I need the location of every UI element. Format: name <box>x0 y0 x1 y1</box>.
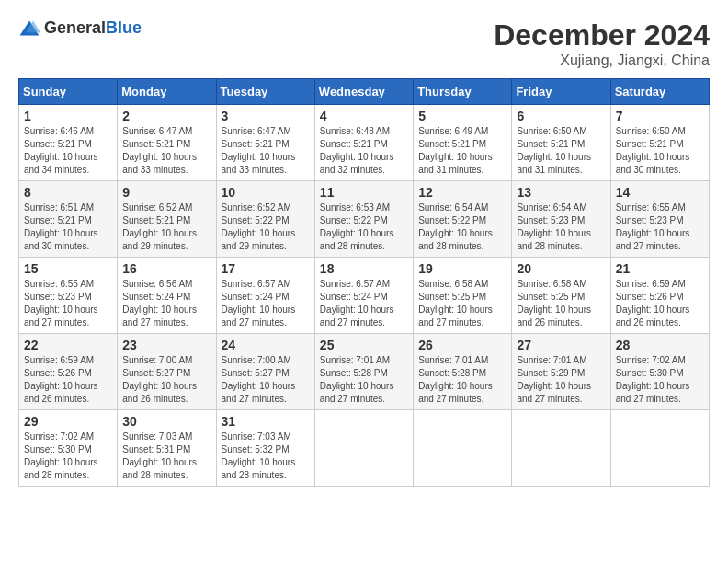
calendar-day-cell: 2 Sunrise: 6:47 AMSunset: 5:21 PMDayligh… <box>118 105 216 181</box>
day-number: 28 <box>616 338 704 352</box>
calendar-week-row: 1 Sunrise: 6:46 AMSunset: 5:21 PMDayligh… <box>19 105 710 181</box>
weekday-header-cell: Sunday <box>19 79 118 105</box>
weekday-header-cell: Saturday <box>610 79 709 105</box>
calendar-day-cell: 11 Sunrise: 6:53 AMSunset: 5:22 PMDaylig… <box>314 181 413 258</box>
day-info: Sunrise: 7:00 AMSunset: 5:27 PMDaylight:… <box>222 355 296 404</box>
day-info: Sunrise: 6:55 AMSunset: 5:23 PMDaylight:… <box>24 279 98 327</box>
day-info: Sunrise: 6:52 AMSunset: 5:22 PMDaylight:… <box>222 202 296 251</box>
day-number: 27 <box>517 338 605 352</box>
day-number: 18 <box>320 261 408 276</box>
calendar-day-cell: 24 Sunrise: 7:00 AMSunset: 5:27 PMDaylig… <box>216 334 314 410</box>
day-number: 9 <box>122 185 210 200</box>
calendar-day-cell: 7 Sunrise: 6:50 AMSunset: 5:21 PMDayligh… <box>610 105 709 181</box>
day-info: Sunrise: 6:47 AMSunset: 5:21 PMDaylight:… <box>122 126 197 175</box>
calendar-day-cell <box>610 410 709 487</box>
calendar-day-cell: 9 Sunrise: 6:52 AMSunset: 5:21 PMDayligh… <box>118 181 216 258</box>
weekday-header-cell: Monday <box>118 79 216 105</box>
day-info: Sunrise: 7:03 AMSunset: 5:31 PMDaylight:… <box>122 431 197 480</box>
calendar-day-cell: 4 Sunrise: 6:48 AMSunset: 5:21 PMDayligh… <box>314 105 413 181</box>
day-number: 12 <box>418 185 506 200</box>
day-number: 4 <box>320 109 408 123</box>
calendar-day-cell: 29 Sunrise: 7:02 AMSunset: 5:30 PMDaylig… <box>19 410 118 487</box>
day-info: Sunrise: 6:52 AMSunset: 5:21 PMDaylight:… <box>122 202 197 251</box>
weekday-header-cell: Tuesday <box>216 79 314 105</box>
logo-text-blue: Blue <box>106 18 142 37</box>
day-number: 6 <box>517 109 605 123</box>
day-info: Sunrise: 6:59 AMSunset: 5:26 PMDaylight:… <box>24 355 98 404</box>
calendar-week-row: 29 Sunrise: 7:02 AMSunset: 5:30 PMDaylig… <box>19 410 710 487</box>
day-info: Sunrise: 7:03 AMSunset: 5:32 PMDaylight:… <box>222 431 296 480</box>
logo: GeneralBlue <box>18 18 142 38</box>
day-info: Sunrise: 6:49 AMSunset: 5:21 PMDaylight:… <box>418 126 493 175</box>
calendar-day-cell: 30 Sunrise: 7:03 AMSunset: 5:31 PMDaylig… <box>118 410 216 487</box>
day-number: 19 <box>418 261 506 276</box>
day-info: Sunrise: 6:57 AMSunset: 5:24 PMDaylight:… <box>222 279 296 327</box>
calendar-day-cell: 14 Sunrise: 6:55 AMSunset: 5:23 PMDaylig… <box>610 181 709 258</box>
day-number: 31 <box>222 414 310 429</box>
weekday-header-cell: Thursday <box>414 79 512 105</box>
calendar-day-cell: 23 Sunrise: 7:00 AMSunset: 5:27 PMDaylig… <box>118 334 216 410</box>
calendar-day-cell: 13 Sunrise: 6:54 AMSunset: 5:23 PMDaylig… <box>512 181 610 258</box>
title-area: December 2024 Xujiang, Jiangxi, China <box>494 18 710 69</box>
calendar-day-cell <box>512 410 610 487</box>
day-info: Sunrise: 7:00 AMSunset: 5:27 PMDaylight:… <box>122 355 197 404</box>
day-info: Sunrise: 6:53 AMSunset: 5:22 PMDaylight:… <box>320 202 394 251</box>
calendar-day-cell: 5 Sunrise: 6:49 AMSunset: 5:21 PMDayligh… <box>414 105 512 181</box>
calendar-day-cell: 31 Sunrise: 7:03 AMSunset: 5:32 PMDaylig… <box>216 410 314 487</box>
day-number: 7 <box>616 109 704 123</box>
day-info: Sunrise: 6:51 AMSunset: 5:21 PMDaylight:… <box>24 202 98 251</box>
day-info: Sunrise: 6:59 AMSunset: 5:26 PMDaylight:… <box>616 279 690 327</box>
day-info: Sunrise: 7:02 AMSunset: 5:30 PMDaylight:… <box>24 431 98 480</box>
day-number: 13 <box>517 185 605 200</box>
calendar-day-cell: 20 Sunrise: 6:58 AMSunset: 5:25 PMDaylig… <box>512 258 610 334</box>
calendar-day-cell: 26 Sunrise: 7:01 AMSunset: 5:28 PMDaylig… <box>414 334 512 410</box>
day-number: 10 <box>222 185 310 200</box>
calendar-day-cell: 1 Sunrise: 6:46 AMSunset: 5:21 PMDayligh… <box>19 105 118 181</box>
weekday-header-row: SundayMondayTuesdayWednesdayThursdayFrid… <box>19 79 710 105</box>
header: GeneralBlue December 2024 Xujiang, Jiang… <box>18 18 710 69</box>
day-number: 15 <box>24 261 112 276</box>
day-info: Sunrise: 7:02 AMSunset: 5:30 PMDaylight:… <box>616 355 690 404</box>
calendar-day-cell: 21 Sunrise: 6:59 AMSunset: 5:26 PMDaylig… <box>610 258 709 334</box>
day-number: 29 <box>24 414 112 429</box>
day-info: Sunrise: 6:50 AMSunset: 5:21 PMDaylight:… <box>616 126 690 175</box>
day-number: 1 <box>24 109 112 123</box>
day-number: 26 <box>418 338 506 352</box>
day-number: 23 <box>122 338 210 352</box>
day-info: Sunrise: 6:54 AMSunset: 5:23 PMDaylight:… <box>517 202 591 251</box>
subtitle: Xujiang, Jiangxi, China <box>494 52 710 69</box>
day-info: Sunrise: 6:55 AMSunset: 5:23 PMDaylight:… <box>616 202 690 251</box>
day-number: 5 <box>418 109 506 123</box>
calendar-day-cell: 8 Sunrise: 6:51 AMSunset: 5:21 PMDayligh… <box>19 181 118 258</box>
calendar-day-cell: 12 Sunrise: 6:54 AMSunset: 5:22 PMDaylig… <box>414 181 512 258</box>
day-number: 8 <box>24 185 112 200</box>
day-number: 24 <box>222 338 310 352</box>
day-info: Sunrise: 6:47 AMSunset: 5:21 PMDaylight:… <box>222 126 296 175</box>
calendar-day-cell <box>314 410 413 487</box>
day-number: 20 <box>517 261 605 276</box>
calendar-day-cell: 3 Sunrise: 6:47 AMSunset: 5:21 PMDayligh… <box>216 105 314 181</box>
day-number: 25 <box>320 338 408 352</box>
day-info: Sunrise: 7:01 AMSunset: 5:28 PMDaylight:… <box>320 355 394 404</box>
calendar-body: 1 Sunrise: 6:46 AMSunset: 5:21 PMDayligh… <box>19 105 710 487</box>
day-info: Sunrise: 6:48 AMSunset: 5:21 PMDaylight:… <box>320 126 394 175</box>
day-number: 22 <box>24 338 112 352</box>
day-number: 3 <box>222 109 310 123</box>
calendar-day-cell: 22 Sunrise: 6:59 AMSunset: 5:26 PMDaylig… <box>19 334 118 410</box>
calendar-week-row: 15 Sunrise: 6:55 AMSunset: 5:23 PMDaylig… <box>19 258 710 334</box>
day-number: 11 <box>320 185 408 200</box>
calendar-day-cell: 28 Sunrise: 7:02 AMSunset: 5:30 PMDaylig… <box>610 334 709 410</box>
calendar: SundayMondayTuesdayWednesdayThursdayFrid… <box>18 78 710 487</box>
calendar-week-row: 8 Sunrise: 6:51 AMSunset: 5:21 PMDayligh… <box>19 181 710 258</box>
main-title: December 2024 <box>494 18 710 52</box>
weekday-header-cell: Friday <box>512 79 610 105</box>
day-info: Sunrise: 6:57 AMSunset: 5:24 PMDaylight:… <box>320 279 394 327</box>
logo-icon <box>18 19 40 38</box>
day-info: Sunrise: 6:50 AMSunset: 5:21 PMDaylight:… <box>517 126 591 175</box>
day-info: Sunrise: 6:58 AMSunset: 5:25 PMDaylight:… <box>418 279 493 327</box>
day-number: 17 <box>222 261 310 276</box>
day-info: Sunrise: 6:58 AMSunset: 5:25 PMDaylight:… <box>517 279 591 327</box>
calendar-day-cell: 18 Sunrise: 6:57 AMSunset: 5:24 PMDaylig… <box>314 258 413 334</box>
weekday-header-cell: Wednesday <box>314 79 413 105</box>
calendar-day-cell: 27 Sunrise: 7:01 AMSunset: 5:29 PMDaylig… <box>512 334 610 410</box>
